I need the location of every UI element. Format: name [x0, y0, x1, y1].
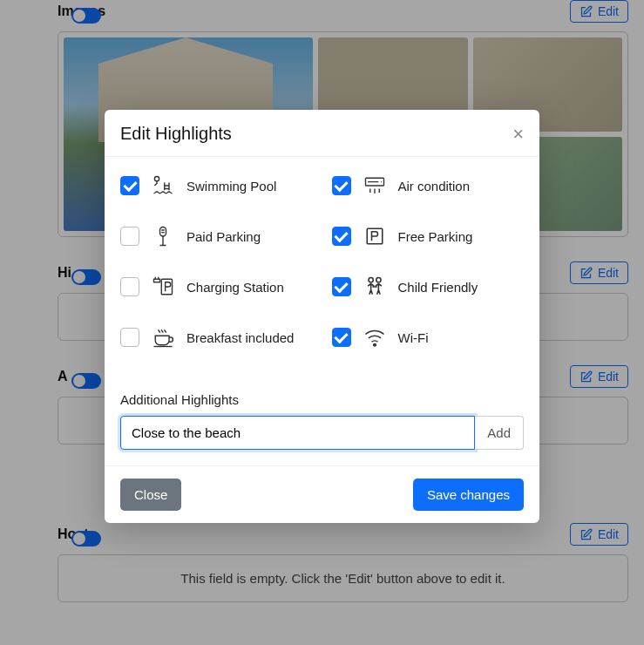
amenity-swimming-pool: Swimming Pool [120, 173, 313, 199]
amenity-label: Free Parking [398, 229, 473, 244]
amenity-checkbox[interactable] [332, 277, 351, 296]
pool-icon [150, 173, 176, 199]
wifi-icon [362, 324, 388, 350]
amenity-checkbox[interactable] [120, 176, 139, 195]
amenity-breakfast: Breakfast included [120, 324, 313, 350]
amenities-grid: Swimming Pool Air condition Paid Parking… [120, 173, 524, 350]
charging-icon [150, 274, 176, 300]
amenity-checkbox[interactable] [120, 328, 139, 347]
amenity-label: Paid Parking [186, 229, 261, 244]
amenity-checkbox[interactable] [120, 277, 139, 296]
modal-close-button[interactable]: × [512, 125, 524, 144]
save-changes-button[interactable]: Save changes [413, 479, 524, 511]
amenity-label: Air condition [398, 179, 471, 194]
amenity-label: Wi-Fi [398, 330, 429, 345]
svg-point-0 [154, 177, 159, 181]
amenity-wifi: Wi-Fi [332, 324, 525, 350]
svg-point-6 [369, 278, 373, 282]
svg-rect-2 [160, 227, 166, 237]
breakfast-icon [150, 324, 176, 350]
amenity-air-condition: Air condition [332, 173, 525, 199]
modal-title: Edit Highlights [120, 124, 232, 144]
amenity-checkbox[interactable] [332, 328, 351, 347]
modal-close-footer-button[interactable]: Close [120, 479, 181, 511]
amenity-label: Breakfast included [186, 330, 294, 345]
amenity-child-friendly: Child Friendly [332, 274, 525, 300]
amenity-paid-parking: Paid Parking [120, 223, 313, 249]
amenity-checkbox[interactable] [120, 227, 139, 246]
additional-highlights-input[interactable] [120, 416, 475, 450]
child-icon [362, 274, 388, 300]
free-parking-icon [362, 223, 388, 249]
amenity-label: Swimming Pool [186, 179, 276, 194]
svg-point-7 [376, 278, 380, 282]
svg-rect-4 [154, 279, 160, 282]
edit-highlights-modal: Edit Highlights × Swimming Pool Air cond… [105, 110, 539, 523]
close-icon: × [512, 123, 524, 145]
additional-highlights-label: Additional Highlights [120, 392, 524, 407]
amenity-label: Child Friendly [398, 280, 478, 295]
amenity-free-parking: Free Parking [332, 223, 525, 249]
amenity-charging-station: Charging Station [120, 274, 313, 300]
amenity-label: Charging Station [186, 280, 284, 295]
svg-point-8 [373, 343, 376, 346]
amenity-checkbox[interactable] [332, 176, 351, 195]
add-highlight-button[interactable]: Add [475, 416, 524, 450]
ac-icon [362, 173, 388, 199]
paid-parking-icon [150, 223, 176, 249]
amenity-checkbox[interactable] [332, 227, 351, 246]
